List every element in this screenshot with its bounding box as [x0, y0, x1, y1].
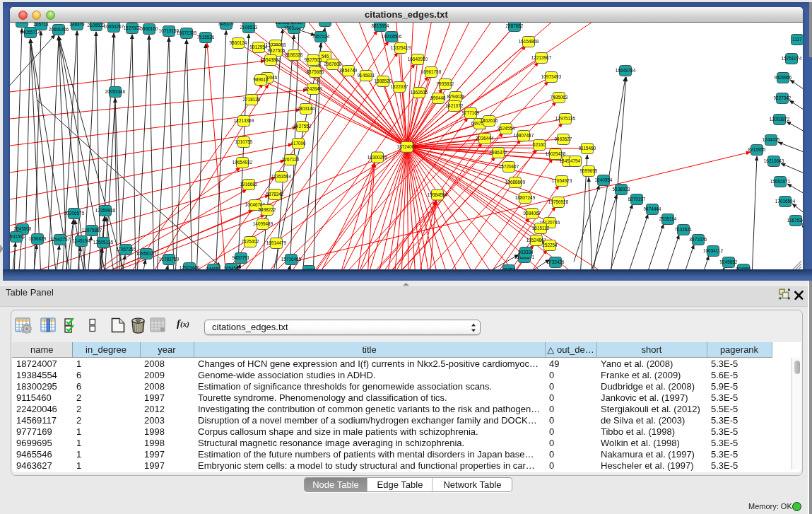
- svg-text:8794028: 8794028: [447, 94, 465, 99]
- svg-text:16671355: 16671355: [177, 30, 197, 35]
- svg-text:12923446: 12923446: [180, 265, 200, 269]
- svg-text:10807487: 10807487: [514, 133, 534, 138]
- svg-text:9463627: 9463627: [555, 136, 572, 141]
- svg-text:18724007: 18724007: [397, 144, 418, 149]
- svg-text:1588520: 1588520: [375, 78, 392, 83]
- svg-text:15720407: 15720407: [499, 164, 519, 169]
- svg-text:16782759: 16782759: [159, 257, 180, 262]
- svg-text:17957255: 17957255: [116, 247, 136, 252]
- svg-text:19756928: 19756928: [548, 199, 569, 204]
- svg-text:6879197: 6879197: [628, 197, 646, 201]
- svg-text:84672: 84672: [302, 268, 315, 269]
- svg-text:9115460: 9115460: [579, 146, 596, 151]
- svg-text:12093872: 12093872: [770, 117, 790, 122]
- svg-text:7485063: 7485063: [551, 95, 568, 100]
- svg-text:2036444: 2036444: [476, 136, 494, 141]
- svg-text:205713: 205713: [33, 23, 49, 27]
- svg-text:1916682: 1916682: [240, 182, 258, 187]
- svg-text:12942757: 12942757: [50, 237, 71, 242]
- svg-text:9227342: 9227342: [774, 95, 792, 100]
- svg-text:17654923: 17654923: [552, 178, 572, 183]
- svg-text:1527602: 1527602: [124, 25, 141, 30]
- svg-text:9699695: 9699695: [580, 168, 598, 173]
- svg-text:14055714: 14055714: [20, 30, 41, 35]
- svg-text:16154808: 16154808: [519, 39, 539, 44]
- svg-text:1145194: 1145194: [73, 238, 90, 243]
- svg-text:1733426: 1733426: [547, 259, 565, 264]
- svg-text:15716485: 15716485: [281, 257, 302, 262]
- svg-text:1615112: 1615112: [532, 226, 550, 230]
- svg-text:16961758: 16961758: [421, 69, 442, 74]
- svg-text:7955812: 7955812: [437, 81, 454, 86]
- svg-text:16648784: 16648784: [616, 68, 636, 73]
- svg-text:1244415: 1244415: [763, 137, 780, 142]
- svg-text:9457791: 9457791: [233, 255, 250, 260]
- svg-text:9146821: 9146821: [358, 73, 375, 78]
- svg-text:14099489: 14099489: [253, 221, 273, 226]
- svg-text:1421072: 1421072: [446, 103, 464, 108]
- svg-text:9327505: 9327505: [268, 48, 286, 53]
- svg-text:10653267: 10653267: [104, 24, 124, 29]
- svg-text:10688609: 10688609: [505, 180, 526, 185]
- svg-text:9245652: 9245652: [720, 259, 738, 264]
- svg-text:3931591: 3931591: [10, 234, 25, 239]
- svg-text:2106533: 2106533: [88, 23, 105, 28]
- svg-text:2387682: 2387682: [506, 23, 524, 28]
- svg-text:16210643: 16210643: [764, 158, 784, 163]
- svg-text:19654932: 19654932: [233, 160, 253, 165]
- svg-text:9084067: 9084067: [524, 211, 541, 216]
- svg-text:8813054: 8813054: [372, 23, 389, 28]
- svg-text:2106533: 2106533: [240, 25, 258, 30]
- svg-text:904552: 904552: [736, 267, 751, 269]
- svg-text:990448: 990448: [430, 95, 446, 100]
- svg-text:1167534: 1167534: [787, 218, 803, 223]
- svg-text:2935114: 2935114: [659, 216, 677, 221]
- svg-text:4794: 4794: [570, 158, 581, 163]
- svg-text:7632621: 7632621: [675, 227, 693, 232]
- svg-text:10025438: 10025438: [546, 151, 566, 156]
- svg-text:10958127: 10958127: [136, 251, 157, 256]
- svg-text:7357224: 7357224: [312, 34, 330, 39]
- svg-text:105456: 105456: [223, 266, 239, 269]
- svg-text:1462616: 1462616: [481, 118, 498, 123]
- svg-text:1640954: 1640954: [595, 177, 613, 182]
- svg-text:16543862: 16543862: [261, 57, 281, 62]
- svg-text:8215955: 8215955: [748, 147, 766, 152]
- svg-text:1362615: 1362615: [411, 90, 428, 95]
- svg-text:18807249: 18807249: [515, 195, 536, 200]
- svg-text:13325419: 13325419: [391, 45, 411, 50]
- svg-text:15692971: 15692971: [770, 179, 791, 184]
- svg-text:9327505: 9327505: [305, 57, 322, 62]
- svg-text:1117: 1117: [792, 37, 802, 42]
- svg-text:19584594: 19584594: [428, 192, 448, 197]
- svg-text:62160: 62160: [533, 142, 546, 147]
- svg-text:2718120: 2718120: [243, 97, 261, 102]
- svg-text:19218506: 19218506: [382, 34, 402, 39]
- svg-text:16640910: 16640910: [408, 57, 428, 62]
- svg-text:417006: 417006: [290, 141, 306, 146]
- svg-text:1010755: 1010755: [235, 139, 253, 144]
- svg-text:9860124: 9860124: [230, 40, 247, 45]
- svg-text:12975135: 12975135: [555, 116, 576, 121]
- svg-text:17359938: 17359938: [95, 208, 116, 213]
- svg-text:12213967: 12213967: [531, 55, 552, 60]
- svg-text:18300295: 18300295: [367, 155, 388, 160]
- svg-text:944653: 944653: [206, 267, 221, 269]
- svg-text:9329966: 9329966: [775, 75, 792, 80]
- svg-text:8454749: 8454749: [340, 68, 358, 73]
- svg-text:7515526: 7515526: [197, 35, 215, 40]
- svg-text:9242848: 9242848: [305, 86, 322, 91]
- svg-text:2643508: 2643508: [14, 226, 32, 231]
- svg-text:989613: 989613: [253, 77, 269, 82]
- svg-text:2967608: 2967608: [324, 62, 342, 66]
- svg-text:5878342: 5878342: [266, 192, 284, 197]
- svg-text:933334: 933334: [518, 250, 534, 255]
- svg-text:252254: 252254: [542, 243, 558, 247]
- svg-text:20206575: 20206575: [64, 211, 85, 216]
- svg-text:815304: 815304: [317, 23, 333, 23]
- svg-text:8471676: 8471676: [690, 237, 707, 242]
- svg-text:8375685: 8375685: [307, 69, 324, 74]
- svg-text:90357: 90357: [502, 267, 515, 269]
- svg-text:2803144: 2803144: [298, 106, 315, 111]
- svg-text:9427552: 9427552: [294, 124, 312, 129]
